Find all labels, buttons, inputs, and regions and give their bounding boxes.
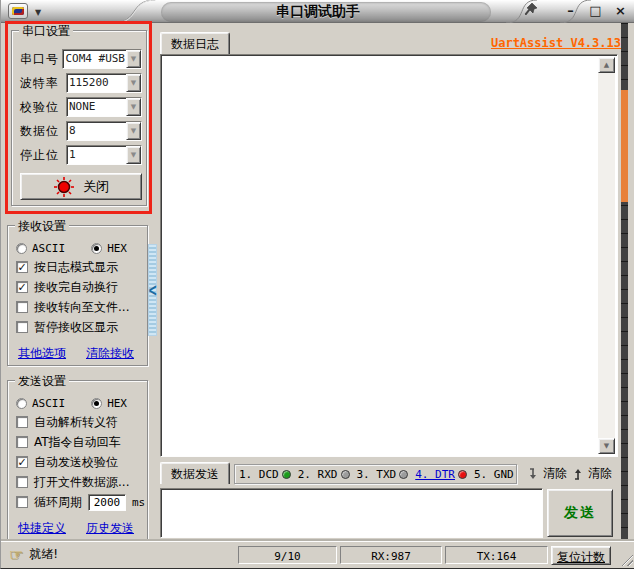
baud-value: 115200 — [67, 74, 126, 92]
pause-display-checkbox[interactable]: 暂停接收区显示 — [16, 317, 143, 337]
tab-data-send[interactable]: 数据发送 — [160, 462, 230, 484]
parity-select[interactable]: NONE ▼ — [66, 97, 142, 117]
pin-gnd-label: 5. GND — [474, 468, 514, 481]
port-value: COM4 #USB — [63, 50, 126, 68]
receive-hex-radio[interactable]: HEX — [91, 242, 127, 255]
minimize-button[interactable]: – — [560, 3, 581, 20]
send-button[interactable]: 发送 — [547, 489, 613, 537]
auto-linefeed-checkbox[interactable]: 接收完自动换行 — [16, 277, 143, 297]
stopbits-dropdown-icon[interactable]: ▼ — [126, 146, 141, 164]
pin-dcd: 1. DCD — [239, 468, 291, 481]
clear-receive-label: 清除 — [543, 465, 567, 482]
maximize-button[interactable]: □ — [585, 3, 606, 20]
clear-send-button[interactable]: 清除 — [567, 463, 615, 484]
clear-receive-link[interactable]: 清除接收 — [86, 345, 134, 362]
radio-circle-icon — [91, 243, 102, 254]
send-format-radios: ASCII HEX — [16, 397, 143, 410]
parity-label: 校验位 — [20, 99, 66, 116]
send-settings-group: 发送设置 ASCII HEX 自动解析转义符 AT指令自动回车 — [7, 380, 148, 540]
databits-dropdown-icon[interactable]: ▼ — [126, 122, 141, 140]
scroll-up-icon[interactable]: ▲ — [598, 57, 615, 73]
databits-select[interactable]: 8 ▼ — [66, 121, 142, 141]
clear-receive-button[interactable]: 清除 — [522, 463, 570, 484]
radio-circle-icon — [16, 243, 27, 254]
port-dropdown-icon[interactable]: ▼ — [126, 50, 141, 68]
reset-count-button[interactable]: 复位计数 — [551, 546, 611, 565]
serial-settings-group: 串口设置 串口号 COM4 #USB ▼ 波特率 115200 ▼ 校验位 NO… — [11, 30, 147, 206]
databits-value: 8 — [67, 122, 126, 140]
auto-checksum-label: 自动发送校验位 — [34, 454, 118, 471]
shortcut-define-link[interactable]: 快捷定义 — [18, 520, 66, 537]
checkbox-icon — [16, 476, 28, 488]
send-button-label: 发送 — [564, 504, 596, 522]
pin-rxd-label: 2. RXD — [298, 468, 338, 481]
history-send-link[interactable]: 历史发送 — [86, 520, 134, 537]
pin-always-on-top-icon[interactable] — [520, 2, 542, 20]
send-input-box — [160, 488, 543, 538]
cycle-period-unit: ms — [132, 496, 145, 509]
cycle-period-label: 循环周期 — [34, 494, 82, 511]
receive-hex-label: HEX — [107, 242, 127, 255]
status-text: 就绪! — [29, 546, 58, 563]
pin-dtr-link[interactable]: 4. DTR — [415, 468, 455, 481]
receive-ascii-label: ASCII — [32, 242, 65, 255]
file-data-source-checkbox[interactable]: 打开文件数据源... — [16, 472, 143, 492]
cycle-period-checkbox[interactable]: 循环周期 ms — [16, 492, 143, 512]
app-window: ▼ 串口调试助手 – □ × 串口设置 串口号 COM4 #USB ▼ 波特率 … — [0, 0, 634, 569]
scroll-down-icon[interactable]: ▼ — [598, 438, 615, 454]
status-page-counter: 9/10 — [238, 546, 337, 564]
close-port-button[interactable]: 关闭 — [20, 173, 142, 200]
serial-pin-status-panel: 1. DCD 2. RXD 3. TXD 4. DTR 5. GND 6. — [234, 464, 517, 484]
send-ascii-label: ASCII — [32, 397, 65, 410]
close-button[interactable]: × — [610, 3, 631, 20]
panel-splitter[interactable]: < — [148, 244, 157, 336]
tab-data-log-label: 数据日志 — [171, 37, 219, 51]
cycle-period-input[interactable] — [88, 494, 126, 511]
resize-grip[interactable] — [620, 553, 633, 566]
led-open-icon — [53, 176, 75, 198]
file-data-source-label: 打开文件数据源... — [34, 474, 129, 491]
pause-display-label: 暂停接收区显示 — [34, 319, 118, 336]
tab-data-log[interactable]: 数据日志 — [160, 32, 230, 54]
at-auto-cr-checkbox[interactable]: AT指令自动回车 — [16, 432, 143, 452]
close-port-label: 关闭 — [83, 178, 109, 196]
data-log-textarea[interactable] — [163, 57, 598, 454]
checkbox-icon — [16, 261, 28, 273]
window-edge-orange-stripe — [621, 90, 628, 202]
collapse-left-icon[interactable]: < — [148, 280, 157, 301]
checkbox-icon — [16, 496, 28, 508]
pin-dcd-led — [282, 470, 291, 479]
send-input-textarea[interactable] — [163, 491, 540, 535]
status-rx-count: RX:987 — [340, 546, 442, 564]
send-ascii-radio[interactable]: ASCII — [16, 397, 65, 410]
receive-format-radios: ASCII HEX — [16, 242, 143, 255]
parity-dropdown-icon[interactable]: ▼ — [126, 98, 141, 116]
escape-parse-checkbox[interactable]: 自动解析转义符 — [16, 412, 143, 432]
pin-txd-label: 3. TXD — [357, 468, 397, 481]
radio-circle-icon — [16, 398, 27, 409]
checkbox-icon — [16, 436, 28, 448]
more-options-link[interactable]: 其他选项 — [18, 345, 66, 362]
stopbits-value: 1 — [67, 146, 126, 164]
parity-row: 校验位 NONE ▼ — [20, 97, 142, 117]
log-mode-label: 按日志模式显示 — [34, 259, 118, 276]
stopbits-select[interactable]: 1 ▼ — [66, 145, 142, 165]
auto-checksum-checkbox[interactable]: 自动发送校验位 — [16, 452, 143, 472]
receive-settings-title: 接收设置 — [15, 218, 69, 235]
log-mode-checkbox[interactable]: 按日志模式显示 — [16, 257, 143, 277]
data-log-area: ▲ ▼ — [160, 54, 618, 457]
redirect-to-file-checkbox[interactable]: 接收转向至文件... — [16, 297, 143, 317]
port-select[interactable]: COM4 #USB ▼ — [62, 49, 142, 69]
log-scrollbar[interactable]: ▲ ▼ — [598, 57, 615, 454]
receive-settings-group: 接收设置 ASCII HEX 按日志模式显示 接收完自动换行 — [7, 225, 148, 366]
baud-select[interactable]: 115200 ▼ — [66, 73, 142, 93]
version-link[interactable]: UartAssist V4.3.13 — [491, 36, 621, 50]
pin-gnd: 5. GND — [474, 468, 517, 481]
stopbits-row: 停止位 1 ▼ — [20, 145, 142, 165]
receive-ascii-radio[interactable]: ASCII — [16, 242, 65, 255]
baud-dropdown-icon[interactable]: ▼ — [126, 74, 141, 92]
send-hex-radio[interactable]: HEX — [91, 397, 127, 410]
pin-txd: 3. TXD — [357, 468, 409, 481]
clear-send-label: 清除 — [588, 465, 612, 482]
port-row: 串口号 COM4 #USB ▼ — [20, 49, 142, 69]
